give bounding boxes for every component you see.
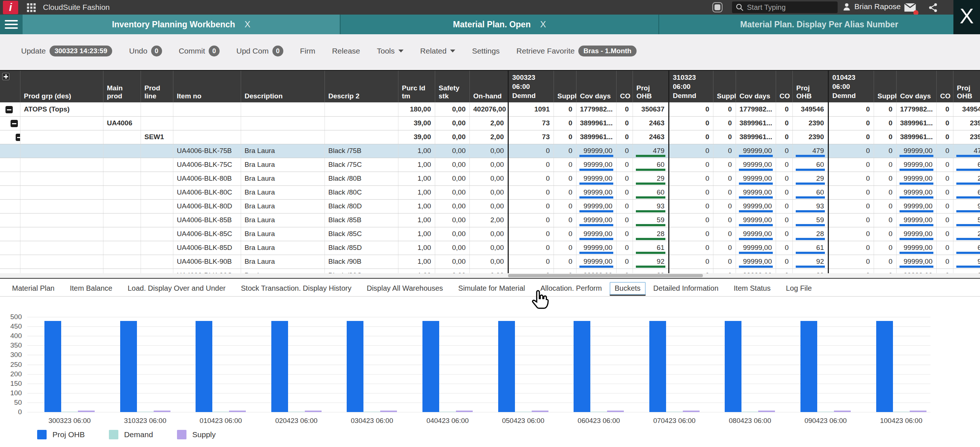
expand-all-icon[interactable] bbox=[2, 73, 10, 80]
chart-bar-proj-ohb[interactable] bbox=[800, 321, 817, 412]
cell-cov-days[interactable]: 3899961... bbox=[576, 116, 616, 130]
table-row[interactable]: UA4006-BLK-85CBra LauraBlack /85C1,000,0… bbox=[0, 227, 980, 241]
cell-main-prod[interactable] bbox=[103, 199, 141, 213]
cell-safety-stk[interactable]: 0,00 bbox=[435, 185, 469, 199]
chart-bar-supply[interactable] bbox=[78, 410, 95, 412]
cell-demnd[interactable]: 0 bbox=[508, 213, 554, 227]
cell-proj-ohb[interactable]: 92 bbox=[953, 255, 980, 269]
cell-demnd[interactable]: 0 bbox=[669, 116, 713, 130]
chart-bar-supply[interactable] bbox=[380, 410, 397, 412]
col-header[interactable]: Description bbox=[241, 71, 325, 102]
cell-descrip-2[interactable]: Black /90C bbox=[325, 269, 398, 273]
tab-material-plan-display-per-alias[interactable]: Material Plan. Display Per Alias Number bbox=[659, 14, 980, 34]
cell-prod-line[interactable] bbox=[141, 255, 173, 269]
cell-prod-line[interactable] bbox=[141, 227, 173, 241]
cell-co[interactable]: 0 bbox=[776, 269, 792, 273]
cell-purc-ld-tm[interactable]: 1,00 bbox=[398, 158, 435, 172]
cell-co[interactable]: 0 bbox=[616, 130, 633, 144]
cell-proj-ohb[interactable]: 29 bbox=[633, 172, 669, 185]
row-expander-cell[interactable] bbox=[0, 116, 20, 130]
cell-prod-line[interactable] bbox=[141, 241, 173, 255]
chart-bar-supply[interactable] bbox=[229, 410, 246, 412]
cell-on-hand[interactable]: 0,00 bbox=[469, 255, 508, 269]
bottom-tab-buckets[interactable]: Buckets bbox=[609, 282, 646, 295]
col-header[interactable]: On-hand bbox=[469, 71, 508, 102]
table-row[interactable]: UA400639,000,002,007303899961...02463003… bbox=[0, 116, 980, 130]
bottom-tab-display-all-warehouses[interactable]: Display All Warehouses bbox=[359, 282, 450, 295]
cell-item-no[interactable] bbox=[173, 102, 241, 116]
release-button[interactable]: Release bbox=[332, 47, 360, 56]
cell-suppl[interactable]: 0 bbox=[713, 116, 736, 130]
cell-cov-days[interactable]: 99999,00 bbox=[736, 158, 776, 172]
chart-bar-supply[interactable] bbox=[683, 410, 700, 412]
col-header[interactable]: CO bbox=[616, 71, 633, 102]
cell-description[interactable]: Bra Laura bbox=[241, 172, 325, 185]
settings-button[interactable]: Settings bbox=[472, 47, 500, 56]
cell-co[interactable]: 0 bbox=[936, 185, 953, 199]
cell-co[interactable]: 0 bbox=[936, 269, 953, 273]
col-header[interactable]: Proj OHB bbox=[633, 71, 669, 102]
cell-demnd[interactable]: 0 bbox=[508, 158, 554, 172]
cell-demnd[interactable]: 0 bbox=[508, 269, 554, 273]
cell-co[interactable]: 0 bbox=[776, 185, 792, 199]
chart-bar-proj-ohb[interactable] bbox=[649, 321, 666, 412]
cell-prod-line[interactable] bbox=[141, 199, 173, 213]
cell-cov-days[interactable]: 3899961... bbox=[736, 116, 776, 130]
cell-cov-days[interactable]: 99999,00 bbox=[896, 269, 936, 273]
cell-proj-ohb[interactable]: 479 bbox=[953, 144, 980, 158]
cell-suppl[interactable]: 0 bbox=[713, 185, 736, 199]
cell-proj-ohb[interactable]: 2390 bbox=[953, 130, 980, 144]
cell-descrip-2[interactable] bbox=[325, 130, 398, 144]
cell-co[interactable]: 0 bbox=[936, 172, 953, 185]
cell-demnd[interactable]: 0 bbox=[669, 199, 713, 213]
cell-cov-days[interactable]: 99999,00 bbox=[576, 269, 616, 273]
cell-co[interactable]: 0 bbox=[616, 102, 633, 116]
cell-proj-ohb[interactable]: 93 bbox=[633, 199, 669, 213]
cell-co[interactable]: 0 bbox=[936, 158, 953, 172]
col-header[interactable]: CO bbox=[776, 71, 792, 102]
row-expander-cell[interactable] bbox=[0, 255, 20, 269]
cell-suppl[interactable]: 0 bbox=[713, 241, 736, 255]
cell-description[interactable]: Bra Laura bbox=[241, 255, 325, 269]
col-header[interactable]: Safety stk bbox=[435, 71, 469, 102]
related-dropdown[interactable]: Related bbox=[420, 47, 455, 56]
cell-suppl[interactable]: 0 bbox=[713, 130, 736, 144]
cell-suppl[interactable]: 0 bbox=[554, 199, 576, 213]
cell-item-no[interactable]: UA4006-BLK-85D bbox=[173, 241, 241, 255]
cell-item-no[interactable]: UA4006-BLK-75C bbox=[173, 158, 241, 172]
cell-description[interactable]: Bra Laura bbox=[241, 227, 325, 241]
cell-demnd[interactable]: 0 bbox=[669, 241, 713, 255]
infor-logo-icon[interactable]: i bbox=[3, 1, 18, 14]
chart-bar-supply[interactable] bbox=[305, 410, 321, 412]
cell-prod-grp[interactable] bbox=[20, 227, 103, 241]
cell-cov-days[interactable]: 1779982... bbox=[576, 102, 616, 116]
cell-demnd[interactable]: 0 bbox=[508, 185, 554, 199]
cell-purc-ld-tm[interactable]: 39,00 bbox=[398, 130, 435, 144]
chart-bar-supply[interactable] bbox=[456, 410, 473, 412]
cell-demnd[interactable]: 73 bbox=[508, 116, 554, 130]
cell-demnd[interactable]: 0 bbox=[828, 144, 873, 158]
cell-cov-days[interactable]: 99999,00 bbox=[576, 241, 616, 255]
cell-demnd[interactable]: 73 bbox=[508, 130, 554, 144]
bottom-tab-item-status[interactable]: Item Status bbox=[726, 282, 778, 295]
cell-suppl[interactable]: 0 bbox=[713, 227, 736, 241]
row-expander-cell[interactable] bbox=[0, 130, 20, 144]
cell-proj-ohb[interactable]: 479 bbox=[792, 144, 828, 158]
cell-proj-ohb[interactable]: 92 bbox=[792, 255, 828, 269]
chart-bar-demand[interactable] bbox=[212, 412, 229, 412]
cell-proj-ohb[interactable]: 29 bbox=[792, 172, 828, 185]
chart-bar-demand[interactable] bbox=[439, 412, 456, 412]
cell-cov-days[interactable]: 99999,00 bbox=[576, 213, 616, 227]
cell-demnd[interactable]: 0 bbox=[828, 227, 873, 241]
cell-proj-ohb[interactable]: 61 bbox=[792, 241, 828, 255]
cell-demnd[interactable]: 0 bbox=[828, 158, 873, 172]
cell-proj-ohb[interactable]: 2463 bbox=[633, 116, 669, 130]
cell-proj-ohb[interactable]: 59 bbox=[792, 213, 828, 227]
cell-demnd[interactable]: 0 bbox=[508, 144, 554, 158]
cell-proj-ohb[interactable]: 93 bbox=[792, 199, 828, 213]
cell-demnd[interactable]: 0 bbox=[828, 255, 873, 269]
cell-item-no[interactable]: UA4006-BLK-80D bbox=[173, 199, 241, 213]
cell-proj-ohb[interactable]: 479 bbox=[633, 144, 669, 158]
chart-bar-demand[interactable] bbox=[817, 412, 834, 412]
cell-purc-ld-tm[interactable]: 1,00 bbox=[398, 269, 435, 273]
